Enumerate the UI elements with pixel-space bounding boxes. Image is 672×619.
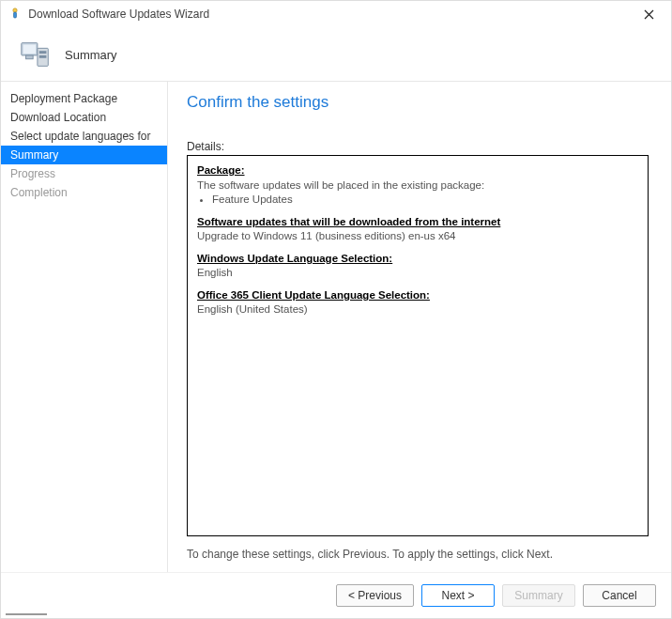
section-body: The software updates will be placed in t… xyxy=(197,179,484,191)
sidebar-item-select-languages[interactable]: Select update languages for xyxy=(1,127,167,146)
sidebar: Deployment Package Download Location Sel… xyxy=(1,82,168,572)
titlebar: Download Software Updates Wizard xyxy=(1,1,671,28)
sidebar-item-deployment-package[interactable]: Deployment Package xyxy=(1,89,167,108)
svg-rect-4 xyxy=(26,55,34,59)
section-body: English xyxy=(197,267,233,278)
banner-icon xyxy=(18,39,53,70)
sidebar-item-completion: Completion xyxy=(1,183,167,202)
sidebar-item-summary[interactable]: Summary xyxy=(1,146,167,164)
svg-rect-6 xyxy=(39,51,47,54)
section-title: Office 365 Client Update Language Select… xyxy=(197,289,430,301)
svg-rect-3 xyxy=(23,45,36,54)
svg-point-0 xyxy=(13,8,17,12)
section-downloads: Software updates that will be downloaded… xyxy=(197,215,638,244)
page-heading: Confirm the settings xyxy=(187,93,649,112)
section-wu-lang: Windows Update Language Selection: Engli… xyxy=(197,252,638,281)
wizard-window: Download Software Updates Wizard Summary… xyxy=(0,0,672,619)
details-label: Details: xyxy=(187,140,649,153)
section-body: English (United States) xyxy=(197,303,308,315)
cancel-button[interactable]: Cancel xyxy=(583,584,656,607)
close-icon xyxy=(644,9,654,20)
details-box: Package: The software updates will be pl… xyxy=(187,155,649,536)
banner: Summary xyxy=(1,28,671,82)
sidebar-item-progress: Progress xyxy=(1,164,167,183)
section-body: Upgrade to Windows 11 (business editions… xyxy=(197,230,456,241)
section-title: Software updates that will be downloaded… xyxy=(197,216,500,227)
section-package: Package: The software updates will be pl… xyxy=(197,163,638,208)
summary-button: Summary xyxy=(502,584,575,607)
window-title-wrapper: Download Software Updates Wizard xyxy=(8,8,630,21)
svg-rect-1 xyxy=(14,12,17,18)
section-title: Windows Update Language Selection: xyxy=(197,253,392,264)
section-o365-lang: Office 365 Client Update Language Select… xyxy=(197,288,638,317)
svg-rect-7 xyxy=(39,55,47,58)
bullet-item: Feature Updates xyxy=(212,193,638,208)
section-title: Package: xyxy=(197,164,245,176)
footer: < Previous Next > Summary Cancel xyxy=(1,572,671,618)
resize-grip[interactable] xyxy=(6,613,47,615)
app-icon xyxy=(8,8,22,21)
close-button[interactable] xyxy=(630,3,667,25)
previous-button[interactable]: < Previous xyxy=(336,584,414,607)
sidebar-item-download-location[interactable]: Download Location xyxy=(1,108,167,127)
content-area: Confirm the settings Details: Package: T… xyxy=(168,82,671,572)
next-button[interactable]: Next > xyxy=(421,584,495,607)
section-bullets: Feature Updates xyxy=(212,193,638,208)
window-title: Download Software Updates Wizard xyxy=(28,8,209,21)
body: Deployment Package Download Location Sel… xyxy=(1,82,671,572)
banner-label: Summary xyxy=(65,48,117,62)
hint-text: To change these settings, click Previous… xyxy=(187,548,649,561)
